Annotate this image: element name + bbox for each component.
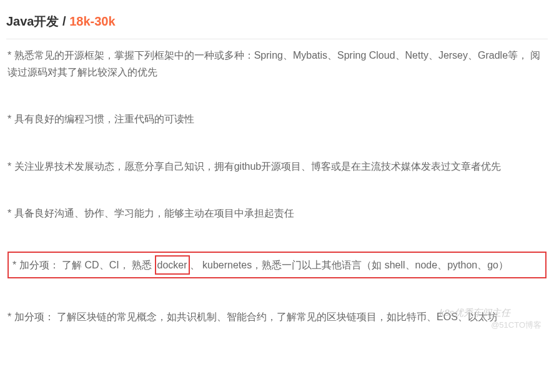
blog-watermark: @51CTO博客 (491, 319, 542, 332)
requirement-item: * 具有良好的编程习惯，注重代码的可读性 (7, 110, 547, 127)
job-content: * 熟悉常见的开源框架，掌握下列框架中的一种或多种：Spring、Mybatis… (6, 47, 548, 325)
requirement-item: * 关注业界技术发展动态，愿意分享自己知识，拥有github开源项目、博客或是在… (7, 158, 547, 175)
job-header: Java开发 / 18k-30k (6, 6, 548, 39)
requirement-item: * 具备良好沟通、协作、学习能力，能够主动在项目中承担起责任 (7, 205, 547, 222)
job-title: Java开发 / (6, 14, 69, 28)
highlighted-requirement-box: * 加分项： 了解 CD、CI， 熟悉 docker、 kubernetes，熟… (7, 252, 547, 278)
docker-keyword-highlight: docker (155, 255, 190, 275)
job-salary: 18k-30k (69, 14, 115, 28)
requirement-item: * 熟悉常见的开源框架，掌握下列框架中的一种或多种：Spring、Mybatis… (7, 47, 547, 81)
requirement-prefix: * 加分项： 了解 CD、CI， 熟悉 (12, 260, 155, 270)
requirement-item: * 加分项： 了解 CD、CI， 熟悉 docker、 kubernetes，熟… (12, 255, 542, 275)
requirement-suffix: 、 kubernetes，熟悉一门以上其他语言（如 shell、node、pyt… (190, 260, 508, 270)
